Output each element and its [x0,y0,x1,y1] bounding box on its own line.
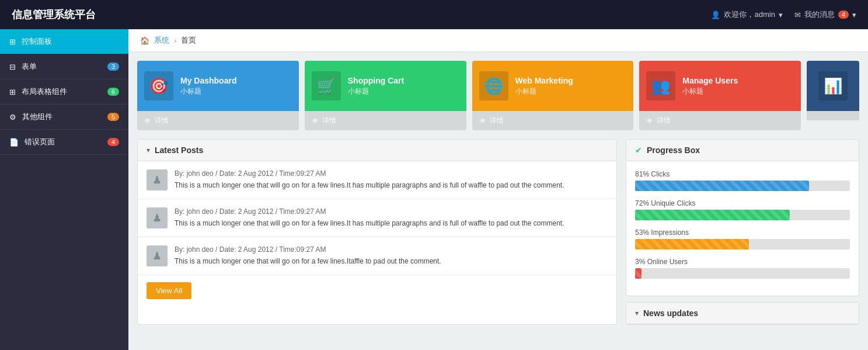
card-marketing: 🌐 Web Marketing 小标题 👁 详情 [472,61,634,130]
card-dashboard-footer-label: 详情 [155,116,169,126]
other-icon: ⚙ [9,113,16,122]
post-text-3: This is a much longer one that will go o… [175,256,441,266]
main-layout: ⊞ 控制面板 ⊟ 表单 3 ⊞ 布局表格组件 6 ⚙ 其他组件 5 [0,29,868,350]
card-users: 👥 Manage Users 小标题 👁 详情 [639,61,801,130]
messages-chevron-icon: ▾ [852,11,856,19]
eye-icon: 👁 [144,117,151,125]
sidebar-item-dashboard[interactable]: ⊞ 控制面板 [0,29,128,54]
sidebar-label-forms: 表单 [22,61,37,72]
post-item: ♟ By: john deo / Date: 2 Aug 2012 / Time… [138,199,616,237]
breadcrumb-home: 系统 [154,35,169,46]
card-marketing-footer[interactable]: 👁 详情 [472,111,634,130]
card-dashboard-title: My Dashboard [180,76,236,85]
eye-icon-marketing: 👁 [479,117,486,125]
sidebar-item-layout[interactable]: ⊞ 布局表格组件 6 [0,79,128,105]
progress-panel-body: 81% Clicks 72% Uniquie Clicks [626,161,859,296]
progress-bar-impressions [635,239,749,249]
post-item: ♟ By: john deo / Date: 2 Aug 2012 / Time… [138,161,616,199]
card-dashboard-icon: 🎯 [144,71,173,101]
progress-bar-bg-online [635,268,850,279]
progress-bar-clicks [635,181,809,191]
progress-item-unique: 72% Uniquie Clicks [635,199,850,220]
card-dashboard-footer[interactable]: 👁 详情 [137,111,299,130]
news-panel-header: ▾ News updates [626,303,859,324]
card-users-footer-label: 详情 [657,116,671,126]
card-cart: 🛒 Shopping Cart 小标题 👁 详情 [305,61,466,130]
progress-box-panel: ✔ Progress Box 81% Clicks [626,139,859,296]
user-menu[interactable]: 👤 欢迎你，admin ▾ [711,9,782,20]
card-cart-footer-label: 详情 [322,116,336,126]
posts-panel-header: ▾ Latest Posts [138,140,616,161]
news-updates-panel: ▾ News updates [626,302,859,325]
main-content: 🏠 系统 › 首页 🎯 My Dashboard 小标题 👁 详情 [128,29,868,350]
sidebar-item-forms[interactable]: ⊟ 表单 3 [0,54,128,79]
latest-posts-panel: ▾ Latest Posts ♟ By: john deo / Date: 2 … [137,139,617,325]
mail-icon: ✉ [794,11,801,19]
card-stats-icon: 📊 [818,71,848,101]
posts-chevron-icon: ▾ [147,146,150,154]
content-area: ▾ Latest Posts ♟ By: john deo / Date: 2 … [137,139,859,325]
progress-label-online: 3% Online Users [635,258,850,266]
other-badge: 5 [107,113,119,121]
progress-item-clicks: 81% Clicks [635,170,850,191]
progress-bar-bg-clicks [635,181,850,191]
user-greeting: 欢迎你，admin [724,9,775,20]
card-cart-icon: 🛒 [312,71,341,101]
progress-label-impressions: 53% Impressions [635,228,850,237]
user-icon: 👤 [711,11,720,19]
header-right: 👤 欢迎你，admin ▾ ✉ 我的消息 4 ▾ [711,9,856,20]
post-avatar-3: ♟ [147,245,168,266]
layout-badge: 6 [107,88,119,96]
layout-icon: ⊞ [9,88,16,96]
post-meta-1: By: john deo / Date: 2 Aug 2012 / Time:0… [175,169,564,178]
progress-label-unique: 72% Uniquie Clicks [635,199,850,207]
check-icon: ✔ [635,145,642,155]
post-text-1: This is a much longer one that will go o… [175,180,564,190]
sidebar-label-other: 其他组件 [22,112,53,122]
card-cart-subtitle: 小标题 [348,86,404,96]
forms-icon: ⊟ [9,63,16,71]
error-icon: 📄 [9,138,19,147]
sidebar: ⊞ 控制面板 ⊟ 表单 3 ⊞ 布局表格组件 6 ⚙ 其他组件 5 [0,29,128,350]
breadcrumb: 🏠 系统 › 首页 [128,29,868,52]
messages-badge: 4 [838,11,849,19]
card-users-footer[interactable]: 👁 详情 [639,111,801,130]
app-title: 信息管理系统平台 [12,8,96,22]
sidebar-label-layout: 布局表格组件 [22,86,67,97]
progress-panel-title: Progress Box [647,145,700,155]
card-marketing-title: Web Marketing [515,76,573,85]
sidebar-label-error: 错误页面 [25,137,55,147]
progress-item-online: 3% Online Users [635,258,850,279]
progress-bar-bg-impressions [635,239,850,249]
post-meta-3: By: john deo / Date: 2 Aug 2012 / Time:0… [175,245,441,254]
cards-row: 🎯 My Dashboard 小标题 👁 详情 🛒 Shopping Cart [137,61,859,130]
post-item: ♟ By: john deo / Date: 2 Aug 2012 / Time… [138,237,616,275]
card-stats-footer[interactable] [807,111,859,120]
home-icon: 🏠 [140,36,149,45]
eye-icon-users: 👁 [646,117,653,125]
card-dashboard-subtitle: 小标题 [180,86,236,96]
sidebar-item-other[interactable]: ⚙ 其他组件 5 [0,105,128,130]
post-text-2: This is a much longer one that will go o… [175,218,564,228]
card-marketing-footer-label: 详情 [490,116,504,126]
eye-icon-cart: 👁 [312,117,319,125]
posts-panel-title: Latest Posts [155,145,203,155]
breadcrumb-separator: › [174,36,176,45]
error-badge: 4 [107,138,119,146]
progress-bar-bg-unique [635,210,850,220]
card-users-icon: 👥 [646,71,675,101]
post-avatar-1: ♟ [147,169,168,190]
card-users-title: Manage Users [682,76,738,85]
news-chevron-icon: ▾ [635,309,639,317]
view-all-button[interactable]: View All [147,282,191,299]
card-cart-footer[interactable]: 👁 详情 [305,111,466,130]
progress-label-clicks: 81% Clicks [635,170,850,178]
post-meta-2: By: john deo / Date: 2 Aug 2012 / Time:0… [175,207,564,216]
card-marketing-subtitle: 小标题 [515,86,573,96]
user-chevron-icon: ▾ [779,11,783,19]
breadcrumb-current: 首页 [181,35,196,46]
sidebar-item-error[interactable]: 📄 错误页面 4 [0,130,128,155]
messages-menu[interactable]: ✉ 我的消息 4 ▾ [794,9,856,20]
post-avatar-2: ♟ [147,207,168,228]
card-stats: 📊 [807,61,859,130]
